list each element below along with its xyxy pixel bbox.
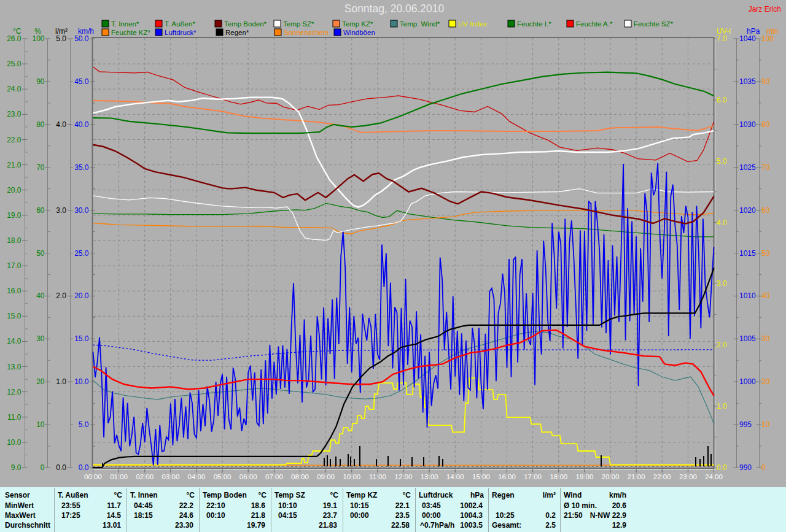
svg-text:2.0: 2.0: [56, 291, 66, 300]
svg-text:100: 100: [761, 34, 774, 43]
svg-text:00:00: 00:00: [84, 473, 102, 480]
svg-text:14.5: 14.5: [107, 511, 122, 520]
svg-text:0: 0: [761, 463, 766, 472]
svg-text:1030: 1030: [739, 120, 756, 129]
svg-text:°C: °C: [330, 491, 339, 499]
svg-text:70: 70: [761, 163, 770, 172]
svg-text:10:00: 10:00: [343, 473, 360, 480]
svg-text:22.1: 22.1: [395, 501, 410, 510]
svg-text:Feuchte KZ*: Feuchte KZ*: [111, 29, 150, 36]
svg-text:995: 995: [739, 420, 752, 429]
svg-text:10:15: 10:15: [350, 501, 369, 510]
svg-text:Temp Boden*: Temp Boden*: [224, 20, 267, 28]
svg-text:80: 80: [36, 120, 45, 129]
svg-text:30.0: 30.0: [74, 206, 89, 215]
svg-text:T. Innen: T. Innen: [130, 491, 158, 499]
svg-text:6.0: 6.0: [717, 96, 727, 104]
svg-text:25.0: 25.0: [74, 249, 89, 258]
svg-text:40: 40: [761, 291, 770, 300]
svg-text:5.0: 5.0: [79, 420, 89, 429]
svg-text:11:00: 11:00: [369, 473, 386, 480]
svg-text:1020: 1020: [739, 206, 756, 215]
svg-text:T. Außen: T. Außen: [58, 491, 88, 499]
svg-text:19.79: 19.79: [247, 521, 265, 530]
svg-text:20: 20: [36, 377, 45, 386]
svg-text:1005: 1005: [739, 334, 756, 343]
svg-text:MaxWert: MaxWert: [5, 511, 36, 520]
svg-text:30: 30: [36, 334, 45, 343]
svg-text:00:00: 00:00: [350, 511, 369, 520]
svg-text:50.0: 50.0: [74, 34, 89, 43]
svg-text:Sonnenschein: Sonnenschein: [284, 29, 329, 36]
svg-text:MinWert: MinWert: [5, 501, 34, 510]
svg-text:22.0: 22.0: [7, 136, 21, 144]
svg-text:60: 60: [761, 206, 770, 215]
svg-text:05:00: 05:00: [214, 473, 232, 480]
svg-text:Regen: Regen: [492, 491, 515, 499]
svg-text:2.5: 2.5: [545, 521, 556, 530]
svg-text:20.6: 20.6: [612, 501, 627, 510]
svg-text:40.0: 40.0: [74, 120, 89, 129]
svg-text:22.58: 22.58: [391, 521, 410, 530]
svg-text:21.0: 21.0: [7, 161, 21, 169]
svg-text:23.30: 23.30: [175, 521, 193, 530]
svg-text:2.0: 2.0: [717, 341, 727, 349]
svg-text:90: 90: [36, 77, 45, 86]
svg-text:20:00: 20:00: [602, 473, 620, 480]
svg-text:Temp SZ: Temp SZ: [274, 491, 305, 499]
svg-text:50: 50: [761, 249, 770, 258]
svg-text:Sensor: Sensor: [5, 491, 30, 499]
svg-text:18:00: 18:00: [550, 473, 567, 480]
svg-text:990: 990: [739, 463, 752, 472]
svg-text:1010: 1010: [739, 291, 756, 300]
svg-text:40: 40: [36, 291, 45, 300]
svg-text:15:00: 15:00: [472, 473, 490, 480]
svg-text:21.8: 21.8: [251, 511, 266, 520]
svg-text:3.0: 3.0: [56, 206, 66, 215]
svg-text:°C: °C: [114, 491, 123, 499]
svg-text:19.1: 19.1: [323, 501, 338, 510]
svg-text:23.5: 23.5: [395, 511, 410, 520]
svg-text:00:00: 00:00: [422, 511, 441, 520]
svg-text:14:00: 14:00: [446, 473, 464, 480]
svg-text:03:00: 03:00: [162, 473, 180, 480]
svg-text:21:00: 21:00: [628, 473, 645, 480]
svg-text:13.0: 13.0: [7, 363, 21, 371]
svg-text:Temp KZ*: Temp KZ*: [342, 20, 373, 28]
svg-text:0.0: 0.0: [56, 463, 66, 472]
svg-text:Feuchte SZ*: Feuchte SZ*: [634, 20, 673, 28]
svg-text:°C: °C: [187, 491, 195, 499]
svg-text:10: 10: [36, 420, 45, 429]
svg-text:04:45: 04:45: [134, 501, 153, 510]
svg-text:9.0: 9.0: [11, 463, 21, 472]
svg-text:21:50: 21:50: [564, 511, 583, 520]
svg-text:50: 50: [36, 249, 45, 258]
svg-text:UV Index: UV Index: [458, 20, 488, 28]
svg-text:4.0: 4.0: [56, 120, 66, 129]
svg-text:1000: 1000: [739, 377, 756, 386]
svg-text:0.2: 0.2: [545, 511, 556, 520]
svg-text:60: 60: [36, 206, 45, 215]
svg-text:0.0: 0.0: [79, 463, 89, 472]
svg-text:1002.4: 1002.4: [460, 501, 483, 510]
svg-text:26.0: 26.0: [7, 34, 21, 43]
svg-text:12.0: 12.0: [7, 388, 21, 396]
svg-text:Temp Boden: Temp Boden: [203, 491, 247, 499]
svg-text:16:00: 16:00: [498, 473, 516, 480]
svg-text:10: 10: [761, 420, 770, 429]
svg-text:10:25: 10:25: [496, 511, 515, 520]
svg-text:km/h: km/h: [609, 491, 626, 499]
svg-text:11.0: 11.0: [7, 413, 21, 422]
svg-text:13:00: 13:00: [421, 473, 438, 480]
svg-text:7.0: 7.0: [717, 34, 727, 43]
svg-text:l/m²: l/m²: [543, 491, 556, 499]
svg-text:1004.3: 1004.3: [460, 511, 483, 520]
svg-text:N-NW 22.9: N-NW 22.9: [590, 511, 627, 520]
svg-text:3.0: 3.0: [717, 279, 727, 288]
svg-text:5.0: 5.0: [717, 157, 727, 166]
svg-text:18.0: 18.0: [7, 236, 21, 245]
svg-text:Durchschnitt: Durchschnitt: [5, 521, 50, 530]
svg-text:°C: °C: [403, 491, 411, 499]
svg-text:5.0: 5.0: [56, 34, 66, 43]
svg-text:Luftdruck*: Luftdruck*: [165, 29, 196, 36]
